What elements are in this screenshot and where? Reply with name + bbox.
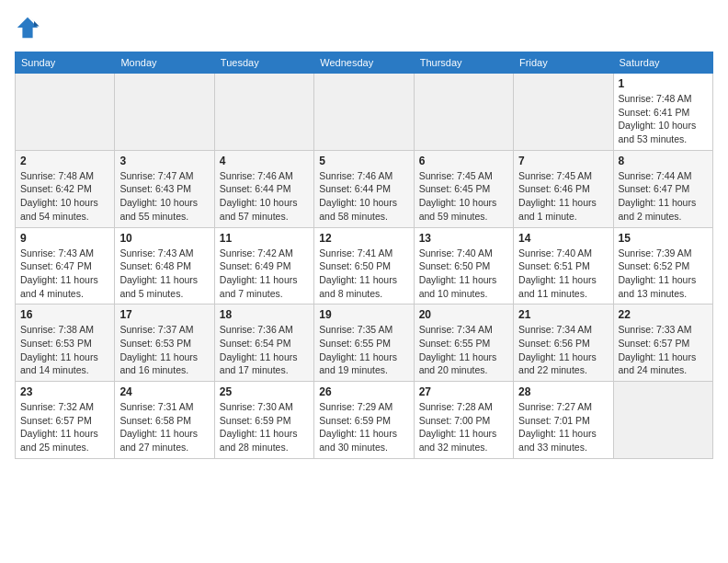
day-number: 14 [518, 232, 608, 245]
day-number: 1 [619, 77, 708, 90]
calendar-cell: 28Sunrise: 7:27 AM Sunset: 7:01 PM Dayli… [514, 382, 613, 459]
calendar-cell [314, 74, 414, 151]
day-info: Sunrise: 7:30 AM Sunset: 6:59 PM Dayligh… [220, 400, 309, 454]
day-info: Sunrise: 7:46 AM Sunset: 6:44 PM Dayligh… [220, 169, 309, 224]
weekday-header: Monday [115, 52, 214, 74]
calendar-week-row: 9Sunrise: 7:43 AM Sunset: 6:47 PM Daylig… [16, 227, 713, 304]
day-info: Sunrise: 7:33 AM Sunset: 6:57 PM Dayligh… [619, 323, 708, 377]
calendar-cell: 6Sunrise: 7:45 AM Sunset: 6:45 PM Daylig… [414, 150, 513, 227]
logo-icon [15, 15, 40, 40]
day-number: 27 [419, 385, 508, 398]
day-info: Sunrise: 7:34 AM Sunset: 6:55 PM Dayligh… [419, 323, 508, 377]
calendar-cell: 20Sunrise: 7:34 AM Sunset: 6:55 PM Dayli… [414, 304, 513, 382]
calendar-cell: 2Sunrise: 7:48 AM Sunset: 6:42 PM Daylig… [16, 150, 115, 227]
day-number: 3 [119, 155, 209, 167]
day-number: 11 [220, 232, 309, 245]
day-number: 9 [20, 232, 109, 245]
calendar-cell: 19Sunrise: 7:35 AM Sunset: 6:55 PM Dayli… [314, 304, 414, 382]
calendar-cell: 24Sunrise: 7:31 AM Sunset: 6:58 PM Dayli… [115, 382, 214, 459]
day-info: Sunrise: 7:45 AM Sunset: 6:45 PM Dayligh… [419, 169, 508, 224]
calendar-cell [214, 74, 313, 151]
day-number: 20 [419, 308, 508, 321]
day-info: Sunrise: 7:48 AM Sunset: 6:41 PM Dayligh… [619, 92, 708, 146]
day-info: Sunrise: 7:39 AM Sunset: 6:52 PM Dayligh… [619, 247, 708, 301]
day-number: 5 [319, 155, 408, 167]
calendar-cell: 9Sunrise: 7:43 AM Sunset: 6:47 PM Daylig… [16, 227, 115, 304]
calendar-cell: 7Sunrise: 7:45 AM Sunset: 6:46 PM Daylig… [514, 150, 613, 227]
calendar-cell: 4Sunrise: 7:46 AM Sunset: 6:44 PM Daylig… [214, 150, 313, 227]
weekday-header: Thursday [414, 52, 513, 74]
calendar-cell: 26Sunrise: 7:29 AM Sunset: 6:59 PM Dayli… [314, 382, 414, 459]
calendar-week-row: 16Sunrise: 7:38 AM Sunset: 6:53 PM Dayli… [16, 304, 713, 382]
weekday-header: Wednesday [314, 52, 414, 74]
calendar-cell: 17Sunrise: 7:37 AM Sunset: 6:53 PM Dayli… [115, 304, 214, 382]
calendar-cell: 18Sunrise: 7:36 AM Sunset: 6:54 PM Dayli… [214, 304, 313, 382]
day-number: 22 [619, 308, 708, 321]
day-info: Sunrise: 7:43 AM Sunset: 6:48 PM Dayligh… [119, 247, 209, 301]
day-number: 4 [220, 155, 309, 167]
calendar-cell: 3Sunrise: 7:47 AM Sunset: 6:43 PM Daylig… [115, 150, 214, 227]
day-info: Sunrise: 7:34 AM Sunset: 6:56 PM Dayligh… [518, 323, 608, 377]
day-number: 26 [319, 385, 408, 398]
weekday-header: Sunday [16, 52, 115, 74]
day-number: 23 [20, 385, 109, 398]
day-number: 19 [319, 308, 408, 321]
calendar-table: SundayMondayTuesdayWednesdayThursdayFrid… [15, 52, 713, 459]
weekday-header: Saturday [613, 52, 712, 74]
calendar-cell: 10Sunrise: 7:43 AM Sunset: 6:48 PM Dayli… [115, 227, 214, 304]
calendar-cell: 15Sunrise: 7:39 AM Sunset: 6:52 PM Dayli… [613, 227, 712, 304]
day-number: 12 [319, 232, 408, 245]
day-info: Sunrise: 7:40 AM Sunset: 6:51 PM Dayligh… [518, 247, 608, 301]
day-info: Sunrise: 7:45 AM Sunset: 6:46 PM Dayligh… [518, 169, 608, 224]
day-number: 7 [518, 155, 608, 167]
calendar-cell [115, 74, 214, 151]
day-info: Sunrise: 7:32 AM Sunset: 6:57 PM Dayligh… [20, 400, 109, 454]
day-info: Sunrise: 7:36 AM Sunset: 6:54 PM Dayligh… [220, 323, 309, 377]
calendar-week-row: 1Sunrise: 7:48 AM Sunset: 6:41 PM Daylig… [16, 74, 713, 151]
day-number: 17 [119, 308, 209, 321]
calendar-cell: 25Sunrise: 7:30 AM Sunset: 6:59 PM Dayli… [214, 382, 313, 459]
day-info: Sunrise: 7:28 AM Sunset: 7:00 PM Dayligh… [419, 400, 508, 454]
day-number: 13 [419, 232, 508, 245]
day-number: 2 [20, 155, 109, 167]
calendar-cell: 5Sunrise: 7:46 AM Sunset: 6:44 PM Daylig… [314, 150, 414, 227]
day-info: Sunrise: 7:29 AM Sunset: 6:59 PM Dayligh… [319, 400, 408, 454]
day-number: 18 [220, 308, 309, 321]
day-number: 24 [119, 385, 209, 398]
day-info: Sunrise: 7:46 AM Sunset: 6:44 PM Dayligh… [319, 169, 408, 224]
calendar-cell: 11Sunrise: 7:42 AM Sunset: 6:49 PM Dayli… [214, 227, 313, 304]
calendar-cell [613, 382, 712, 459]
day-number: 10 [119, 232, 209, 245]
day-info: Sunrise: 7:38 AM Sunset: 6:53 PM Dayligh… [20, 323, 109, 377]
day-info: Sunrise: 7:40 AM Sunset: 6:50 PM Dayligh… [419, 247, 508, 301]
day-number: 25 [220, 385, 309, 398]
day-number: 28 [518, 385, 608, 398]
day-info: Sunrise: 7:35 AM Sunset: 6:55 PM Dayligh… [319, 323, 408, 377]
day-number: 15 [619, 232, 708, 245]
calendar-cell: 21Sunrise: 7:34 AM Sunset: 6:56 PM Dayli… [514, 304, 613, 382]
calendar-cell: 13Sunrise: 7:40 AM Sunset: 6:50 PM Dayli… [414, 227, 513, 304]
calendar-cell [514, 74, 613, 151]
calendar-cell [414, 74, 513, 151]
calendar-cell [16, 74, 115, 151]
day-info: Sunrise: 7:47 AM Sunset: 6:43 PM Dayligh… [119, 169, 209, 224]
calendar-cell: 16Sunrise: 7:38 AM Sunset: 6:53 PM Dayli… [16, 304, 115, 382]
weekday-header: Friday [514, 52, 613, 74]
calendar-cell: 23Sunrise: 7:32 AM Sunset: 6:57 PM Dayli… [16, 382, 115, 459]
day-info: Sunrise: 7:42 AM Sunset: 6:49 PM Dayligh… [220, 247, 309, 301]
day-info: Sunrise: 7:44 AM Sunset: 6:47 PM Dayligh… [619, 169, 708, 224]
calendar-header-row: SundayMondayTuesdayWednesdayThursdayFrid… [16, 52, 713, 74]
calendar-cell: 8Sunrise: 7:44 AM Sunset: 6:47 PM Daylig… [613, 150, 712, 227]
calendar-week-row: 23Sunrise: 7:32 AM Sunset: 6:57 PM Dayli… [16, 382, 713, 459]
weekday-header: Tuesday [214, 52, 313, 74]
day-number: 6 [419, 155, 508, 167]
day-number: 8 [619, 155, 708, 167]
day-info: Sunrise: 7:27 AM Sunset: 7:01 PM Dayligh… [518, 400, 608, 454]
day-number: 21 [518, 308, 608, 321]
day-info: Sunrise: 7:43 AM Sunset: 6:47 PM Dayligh… [20, 247, 109, 301]
day-info: Sunrise: 7:48 AM Sunset: 6:42 PM Dayligh… [20, 169, 109, 224]
page-header [15, 15, 713, 44]
svg-marker-0 [17, 17, 38, 38]
day-info: Sunrise: 7:41 AM Sunset: 6:50 PM Dayligh… [319, 247, 408, 301]
calendar-cell: 27Sunrise: 7:28 AM Sunset: 7:00 PM Dayli… [414, 382, 513, 459]
